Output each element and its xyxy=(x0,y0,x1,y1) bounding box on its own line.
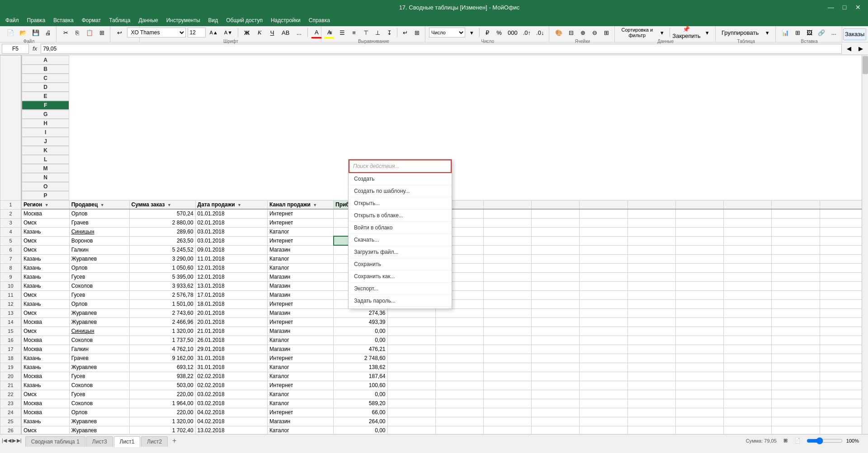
cell-13-P[interactable] xyxy=(820,308,868,318)
sort-filter-dropdown[interactable]: ▾ xyxy=(656,27,667,38)
cell-25-O[interactable] xyxy=(772,417,820,426)
cell-14-F[interactable]: 493,39 xyxy=(334,318,388,327)
cell-18-I[interactable] xyxy=(484,354,532,363)
cell-9-M[interactable] xyxy=(675,272,723,281)
cell-22-B[interactable]: Гусев xyxy=(69,390,129,399)
image-button[interactable]: 🖼 xyxy=(804,27,815,38)
cell-8-I[interactable] xyxy=(484,263,532,272)
vertical-scrollbar[interactable] xyxy=(862,55,868,434)
percent-button[interactable]: % xyxy=(494,27,505,38)
cell-17-G[interactable] xyxy=(387,345,435,354)
cell-15-G[interactable] xyxy=(387,327,435,336)
cell-4-A[interactable]: Казань xyxy=(21,227,69,236)
header-channel[interactable]: Канал продажи ▼ xyxy=(267,200,333,209)
cell-3-A[interactable]: Омск xyxy=(21,218,69,227)
search-action-input[interactable] xyxy=(349,159,452,173)
cell-8-C[interactable]: 1 050,60 xyxy=(129,263,195,272)
cell-10-I[interactable] xyxy=(484,281,532,290)
orders-button[interactable]: Заказы xyxy=(843,28,866,40)
cell-10-P[interactable] xyxy=(820,281,868,290)
underline-button[interactable]: Ч xyxy=(267,27,278,38)
cell-17-A[interactable]: Москва xyxy=(21,345,69,354)
cell-16-M[interactable] xyxy=(675,336,723,345)
cell-16-G[interactable] xyxy=(387,336,435,345)
cell-4-D[interactable]: 03.01.2018 xyxy=(195,227,267,236)
cell-5-I[interactable] xyxy=(484,236,532,245)
cell-14-G[interactable] xyxy=(387,318,435,327)
cell-13-L[interactable] xyxy=(627,308,675,318)
cell-3-M[interactable] xyxy=(675,218,723,227)
menu-format[interactable]: Формат xyxy=(78,16,105,24)
cell-19-C[interactable]: 693,12 xyxy=(129,363,195,372)
cell-26-O[interactable] xyxy=(772,426,820,434)
cell-8-K[interactable] xyxy=(580,263,627,272)
cell-5-L[interactable] xyxy=(627,236,675,245)
cell-7-C[interactable]: 3 290,00 xyxy=(129,254,195,263)
cell-5-N[interactable] xyxy=(724,236,772,245)
dec-inc-button[interactable]: .0↑ xyxy=(521,27,533,38)
cell-6-K[interactable] xyxy=(580,245,627,254)
cell-7-P[interactable] xyxy=(820,254,868,263)
cell-10-E[interactable]: Магазин xyxy=(267,281,333,290)
maximize-button[interactable]: □ xyxy=(838,1,851,14)
cell-24-J[interactable] xyxy=(532,408,580,417)
header-p[interactable] xyxy=(820,200,868,209)
cell-19-I[interactable] xyxy=(484,363,532,372)
cell-6-B[interactable]: Галкин xyxy=(69,245,129,254)
cell-26-E[interactable]: Каталог xyxy=(267,426,333,434)
cell-9-B[interactable]: Гусев xyxy=(69,272,129,281)
sort-filter-button[interactable]: Сортировка и фильтр xyxy=(618,27,656,38)
cell-16-K[interactable] xyxy=(580,336,627,345)
cell-15-E[interactable]: Магазин xyxy=(267,327,333,336)
cell-13-M[interactable] xyxy=(675,308,723,318)
cell-4-E[interactable]: Каталог xyxy=(267,227,333,236)
sheet-tab-list3[interactable]: Лист3 xyxy=(86,436,113,447)
cell-6-P[interactable] xyxy=(820,245,868,254)
font-size-input[interactable] xyxy=(188,28,206,37)
cell-14-M[interactable] xyxy=(675,318,723,327)
cell-4-N[interactable] xyxy=(724,227,772,236)
cell-19-L[interactable] xyxy=(627,363,675,372)
dropdown-item-create[interactable]: Создать xyxy=(349,173,452,185)
cell-5-K[interactable] xyxy=(580,236,627,245)
cell-2-E[interactable]: Интернет xyxy=(267,209,333,218)
cell-21-O[interactable] xyxy=(772,381,820,390)
cell-11-B[interactable]: Гусев xyxy=(69,290,129,299)
cell-16-F[interactable]: 0,00 xyxy=(334,336,388,345)
italic-button[interactable]: К xyxy=(254,27,265,38)
copy-button[interactable]: ⎘ xyxy=(72,27,83,38)
bold-button[interactable]: Ж xyxy=(241,27,252,38)
cell-22-F[interactable]: 0,00 xyxy=(334,390,388,399)
cell-reference-input[interactable] xyxy=(2,44,29,54)
header-date[interactable]: Дата продажи ▼ xyxy=(195,200,267,209)
cell-16-C[interactable]: 1 737,50 xyxy=(129,336,195,345)
cell-11-N[interactable] xyxy=(724,290,772,299)
cell-19-D[interactable]: 31.01.2018 xyxy=(195,363,267,372)
cell-26-N[interactable] xyxy=(724,426,772,434)
cell-9-E[interactable]: Магазин xyxy=(267,272,333,281)
cell-18-L[interactable] xyxy=(627,354,675,363)
menu-tools[interactable]: Инструменты xyxy=(163,16,204,24)
cell-13-J[interactable] xyxy=(532,308,580,318)
menu-file[interactable]: Файл xyxy=(2,16,23,24)
cell-2-L[interactable] xyxy=(627,209,675,218)
cell-10-N[interactable] xyxy=(724,281,772,290)
cell-18-P[interactable] xyxy=(820,354,868,363)
cell-15-B[interactable]: Синицын xyxy=(69,327,129,336)
cell-18-H[interactable] xyxy=(435,354,483,363)
cell-16-I[interactable] xyxy=(484,336,532,345)
cell-13-I[interactable] xyxy=(484,308,532,318)
col-header-H[interactable]: H xyxy=(22,119,69,128)
col-header-E[interactable]: E xyxy=(22,92,69,101)
font-size-dec-button[interactable]: A▼ xyxy=(222,27,235,38)
cell-2-P[interactable] xyxy=(820,209,868,218)
cell-25-M[interactable] xyxy=(675,417,723,426)
number-format-dropdown[interactable]: ▾ xyxy=(466,27,477,38)
menu-share[interactable]: Общий доступ xyxy=(222,16,266,24)
cell-19-P[interactable] xyxy=(820,363,868,372)
cell-18-G[interactable] xyxy=(387,354,435,363)
cell-17-I[interactable] xyxy=(484,345,532,354)
cell-24-F[interactable]: 66,00 xyxy=(334,408,388,417)
cell-10-B[interactable]: Соколов xyxy=(69,281,129,290)
insert-more-button[interactable]: ... xyxy=(828,27,839,38)
